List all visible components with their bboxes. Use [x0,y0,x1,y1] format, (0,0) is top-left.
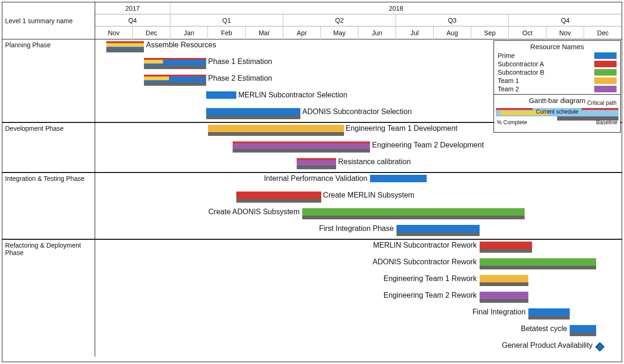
task-label: Assemble Resources [146,41,216,49]
task-label: Create ADONIS Subsystem [208,208,300,216]
task-label: MERLIN Subcontractor Selection [238,91,347,99]
schedule-bar [480,242,533,249]
month-label: Dec [584,26,622,39]
summary-name-label: Level 1 summary name [5,17,73,25]
phase-label: Planning Phase [2,39,95,122]
task-label: MERLIN Subcontractor Rework [373,241,476,249]
task-row: Create MERLIN Subsystem [95,190,622,206]
gantt-bar [144,75,206,87]
baseline-bar [144,82,206,86]
legend-item-label: Team 2 [498,85,519,93]
gantt-bar [370,175,427,187]
task-row: Create ADONIS Subsystem [95,206,622,223]
year-label: 2017 [95,2,170,14]
schedule-bar [570,325,596,332]
phase: Refactoring & Deployment PhaseMERLIN Sub… [2,240,622,357]
gantt-bar [236,192,321,204]
gantt-bar [480,292,528,304]
year-label: 2018 [170,2,622,14]
gantt-bar [106,41,144,53]
task-label: Engineering Team 2 Rework [384,291,477,300]
task-row: Engineering Team 2 Development [95,140,622,156]
baseline-bar [570,332,596,336]
schedule-bar [480,258,597,266]
quarter-label: Q2 [283,14,396,26]
legend-item: Team 1 [494,77,620,85]
task-label: Phase 2 Estimation [208,74,272,83]
gantt-bar [206,91,236,103]
legend-swatch [594,52,617,59]
baseline-bar [480,282,528,286]
month-label: Jul [396,26,434,39]
month-label: Nov [546,26,584,39]
month-label: Apr [283,26,321,39]
quarter-label: Q1 [170,14,283,26]
quarter-label: Q4 [509,14,622,26]
legend-swatch [594,69,617,76]
task-label: ADONIS Subcontractor Rework [373,258,477,266]
task-label: General Product Availability [502,341,592,350]
task-row: Engineering Team 2 Rework [95,290,622,307]
legend-box: Resource Names PrimeSubcontractor ASubco… [494,40,621,133]
gantt-bar [480,275,528,287]
task-label: Betatest cycle [521,325,567,333]
task-row: Internal Performance Validation [95,173,622,190]
task-label: First Integration Phase [319,224,394,233]
phase-label: Refactoring & Deployment Phase [2,240,95,357]
percent-complete-bar [144,60,162,64]
month-label: Dec [133,26,170,39]
row-header-title: Level 1 summary name [2,2,95,39]
baseline-bar [480,249,533,253]
task-row: General Product Availability [95,340,622,357]
schedule-bar [480,275,528,282]
quarter-label: Q3 [396,14,509,26]
gantt-bar [480,242,533,254]
baseline-bar [206,115,300,119]
task-row: Resistance calibration [95,156,622,173]
month-label: Jan [170,26,208,39]
baseline-bar [297,166,336,169]
schedule-bar [370,175,427,182]
schedule-bar [480,292,528,299]
legend-swatch [594,86,617,92]
legend-item: Prime [494,51,620,60]
legend-schedule-label: Current schedule [494,109,620,115]
month-label: Feb [208,26,246,39]
gantt-bar [208,125,344,137]
task-row: Final Integration [95,307,622,323]
baseline-bar [302,216,525,219]
schedule-bar [396,225,480,232]
percent-complete-bar [144,77,169,80]
month-label: Aug [434,26,471,39]
baseline-bar [396,232,480,236]
percent-complete-bar [106,43,144,47]
critical-path-bar [233,141,370,143]
legend-swatch [594,61,617,67]
chart-body: Resource Names PrimeSubcontractor ASubco… [2,39,622,362]
critical-path-bar [297,158,336,160]
month-label: Mar [246,26,283,39]
chart-header: Level 1 summary name 20172018 Q4Q1Q2Q3Q4… [2,2,622,39]
legend-complete-label: % Complete [497,119,527,126]
legend-baseline-label: Baseline [596,119,618,126]
task-label: Internal Performance Validation [264,174,367,183]
timeline-header: 20172018 Q4Q1Q2Q3Q4 NovDecJanFebMarAprMa… [95,2,622,39]
legend-critical-label: Critical path [587,100,617,106]
month-label: Nov [95,26,133,39]
legend-diagram: Critical path Current schedule % Complet… [494,105,620,132]
schedule-bar [206,108,300,115]
gantt-bar [480,258,597,270]
legend-swatch [594,77,617,84]
gantt-bar [396,225,480,237]
task-row: First Integration Phase [95,223,622,240]
legend-item: Team 2 [494,85,620,93]
legend-item-label: Subcontractor A [498,60,544,68]
task-label: Create MERLIN Subsystem [323,191,415,199]
task-label: ADONIS Subcontractor Selection [302,108,412,116]
task-label: Engineering Team 2 Development [372,141,484,149]
baseline-bar [106,49,144,52]
baseline-bar [480,299,528,303]
quarter-label: Q4 [95,14,170,26]
gantt-bar [528,308,570,320]
legend-title: Resource Names [494,41,620,51]
